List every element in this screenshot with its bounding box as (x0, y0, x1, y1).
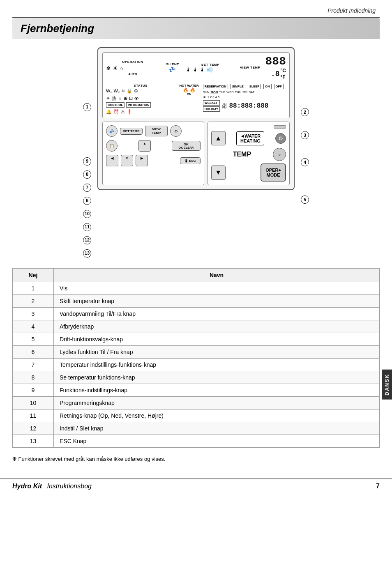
diagram-area: 1 9 8 7 6 10 11 12 (12, 47, 380, 260)
power-button[interactable]: ⏻ (275, 133, 286, 144)
table-cell-num: 1 (13, 282, 54, 295)
table-cell-num: 2 (13, 295, 54, 308)
callout-10: 10 (83, 207, 91, 221)
side-tab: DANSK (382, 370, 392, 400)
celsius-label: °C (281, 68, 286, 74)
settings-button[interactable]: ⚙ (170, 125, 182, 137)
callout-7: 7 (83, 181, 91, 194)
hot-water-label: HOT WATER (175, 84, 203, 87)
footer-doc-text: Instruktionsbog (47, 483, 92, 490)
day-row: SUN MON TUE WED THU FRI SAT (203, 90, 286, 94)
right-button[interactable]: ▶ (136, 155, 148, 166)
table-row: 4Afbryderknap (13, 320, 380, 333)
view-temp-section: VIEW TEMP (236, 66, 265, 69)
reference-table: Nej Navn 1Vis2Skift temperatur knap3Vand… (12, 268, 380, 448)
status-icons-row: W₁ W₂ ≋ 🔒 ⚙ (106, 87, 175, 94)
esc-button[interactable]: 📱 ESC (180, 157, 201, 164)
sat-day: SAT (249, 90, 254, 94)
esc-icon: 📱 (184, 159, 188, 162)
callouts-left: 1 9 8 7 6 10 11 12 (83, 47, 91, 260)
circle-icon: ○ (278, 152, 281, 157)
status-icons-row2: ☀ 热 ☆ ⊞ ⊡ 👁 (106, 94, 175, 102)
left-panel-row3: ◀ ▼ ▶ 📱 ESC (106, 155, 201, 166)
table-cell-num: 13 (13, 435, 54, 448)
flame1-icon: 🔥 (183, 87, 189, 92)
table-cell-num: 11 (13, 409, 54, 422)
table-section: Nej Navn 1Vis2Skift temperatur knap3Vand… (12, 268, 380, 448)
weekly-holiday-row: WEEKLY HOLIDAY AM PM 88:888:888 (203, 100, 286, 112)
footer-page-num: 7 (376, 483, 380, 490)
on-btn-label: ON (263, 84, 271, 89)
sun-icon: ☀ (113, 65, 118, 71)
table-cell-num: 12 (13, 422, 54, 435)
table-header-num: Nej (13, 269, 54, 282)
remote-wrapper: 1 9 8 7 6 10 11 12 (83, 47, 309, 260)
silent-icons: 💤 (160, 66, 185, 73)
mon-day: MON (211, 90, 218, 94)
home-icon: ⌂ (120, 65, 123, 71)
table-row: 6Lydløs funktion Til / Fra knap (13, 346, 380, 359)
hot-water-on-label: ON (175, 93, 203, 96)
circle-btn[interactable]: ○ (273, 148, 286, 161)
clock-icon: ⏰ (113, 109, 119, 115)
display-top: OPERATION ❄ ☀ ⌂ AUTO SILENT 💤 SET TEMP (102, 52, 290, 118)
table-cell-num: 10 (13, 397, 54, 409)
table-row: 1Vis (13, 282, 380, 295)
thermometer-icon-3: 🌡 (200, 67, 205, 73)
table-cell-num: 3 (13, 308, 54, 320)
temp-label-row: TEMP ○ (211, 148, 286, 161)
control-label: CONTROL (106, 102, 125, 108)
callout-11: 11 (83, 221, 91, 234)
sleep-button[interactable]: 💤 (106, 125, 118, 137)
weekly-holiday-labels: WEEKLY HOLIDAY (203, 100, 220, 112)
set-temp-button[interactable]: SET TEMP (120, 128, 143, 135)
fri-day: FRI (242, 90, 247, 94)
indicator-bar (274, 125, 286, 129)
table-cell-name: Lydløs funktion Til / Fra knap (54, 346, 380, 359)
water-heating-label: ◄WATER HEATING (236, 131, 264, 145)
temp-units: 888 .8 °C °F (265, 55, 286, 80)
table-cell-name: Retnings-knap (Op, Ned, Venstre, Højre) (54, 409, 380, 422)
temp-unit-display: °C °F (281, 68, 286, 80)
table-row: 5Drift-funktionsvalgs-knap (13, 333, 380, 346)
cool-icon: ☆ (118, 96, 122, 101)
temp-down-button[interactable]: ▼ (211, 166, 226, 180)
res-simple-row: RESERVATION SIMPLE SLEEP ON OFF (203, 84, 286, 89)
table-row: 9Funktions-indstillings-knap (13, 384, 380, 397)
page-title: Fjernbetjening (21, 22, 371, 35)
table-row: 7Temperatur indstillings-funktions-knap (13, 359, 380, 371)
status-label: STATUS (106, 84, 175, 87)
table-row: 10Programmeringsknap (13, 397, 380, 409)
warning-icon: ⚠ (121, 109, 125, 115)
down-button[interactable]: ▼ (121, 155, 133, 166)
footer-brand-text: Hydro Kit (12, 483, 42, 490)
oper-mode-button[interactable]: OPER● MODE (261, 163, 286, 182)
temp-down-oper-row: ▼ OPER● MODE (211, 163, 286, 182)
view-temp-label: VIEW TEMP (236, 66, 265, 69)
left-button[interactable]: ◀ (106, 155, 118, 166)
header-text: Produkt Indledning (327, 7, 376, 14)
callout-right-2: 2 (301, 105, 309, 120)
right-top-indicator (211, 125, 286, 129)
table-row: 11Retnings-knap (Op, Ned, Venstre, Højre… (13, 409, 380, 422)
ok-clear-button[interactable]: OK OK CLEAR (172, 141, 201, 151)
up-button[interactable]: ▲ (138, 140, 151, 152)
callout-1: 1 (83, 101, 91, 114)
program-icon: 📋 (109, 144, 114, 148)
ok-label: OK (174, 143, 198, 146)
view-temp-button[interactable]: VIEW TEMP (145, 126, 168, 136)
grid-icon: ⊞ (124, 96, 127, 101)
table-row: 3Vandopvarmniing Til/Fra knap (13, 308, 380, 320)
sun-day: SUN (203, 90, 210, 94)
wind-icon: 💨 (207, 67, 213, 73)
program-button[interactable]: 📋 (106, 140, 118, 152)
callout-right-3: 3 (301, 128, 309, 143)
set-temp-section: SET TEMP 🌡 🌡 🌡 💨 (186, 63, 235, 73)
simple-label: SIMPLE (231, 84, 245, 89)
temp-up-button[interactable]: ▲ (211, 131, 226, 145)
water-heating-row: ▲ ◄WATER HEATING ⏻ (211, 131, 286, 145)
circle-1-icon: ① (203, 95, 206, 99)
table-cell-name: Afbryderknap (54, 320, 380, 333)
lock-icon: 🔒 (127, 88, 132, 94)
weekly-label: WEEKLY (203, 100, 220, 106)
